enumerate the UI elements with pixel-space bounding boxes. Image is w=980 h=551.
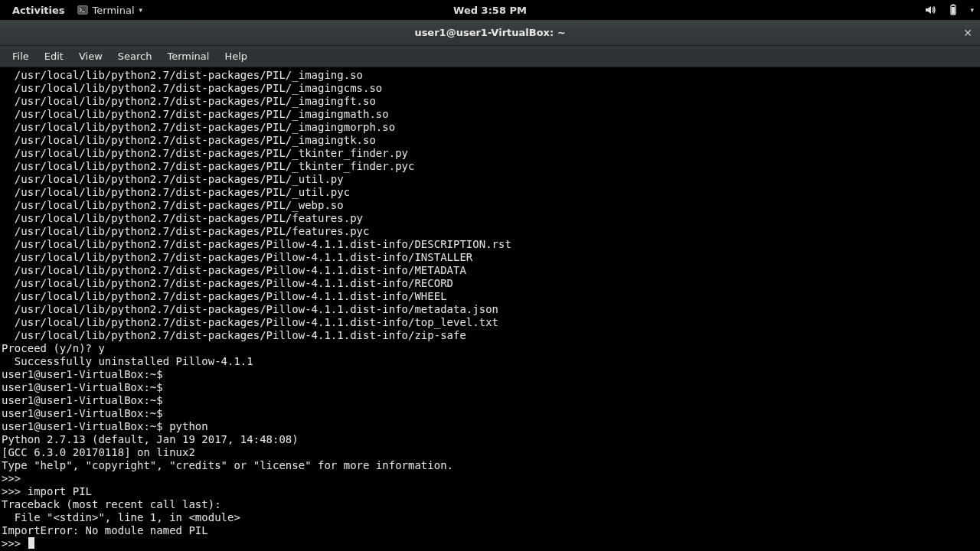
terminal-line: user1@user1-VirtualBox:~$ bbox=[2, 381, 978, 394]
terminal-line: /usr/local/lib/python2.7/dist-packages/P… bbox=[2, 147, 978, 160]
terminal-line: Python 2.7.13 (default, Jan 19 2017, 14:… bbox=[2, 433, 978, 446]
terminal-line: /usr/local/lib/python2.7/dist-packages/P… bbox=[2, 173, 978, 186]
svg-rect-3 bbox=[952, 5, 955, 6]
window-close-button[interactable]: ✕ bbox=[963, 28, 972, 38]
terminal-line: /usr/local/lib/python2.7/dist-packages/P… bbox=[2, 225, 978, 238]
terminal-line: Successfully uninstalled Pillow-4.1.1 bbox=[2, 355, 978, 368]
terminal-line: /usr/local/lib/python2.7/dist-packages/P… bbox=[2, 329, 978, 342]
terminal-line: Proceed (y/n)? y bbox=[2, 342, 978, 355]
terminal-line: /usr/local/lib/python2.7/dist-packages/P… bbox=[2, 303, 978, 316]
terminal-line: File "<stdin>", line 1, in <module> bbox=[2, 511, 978, 524]
menu-edit[interactable]: Edit bbox=[37, 47, 71, 65]
terminal-line: /usr/local/lib/python2.7/dist-packages/P… bbox=[2, 251, 978, 264]
menu-help[interactable]: Help bbox=[217, 47, 255, 65]
terminal-line: /usr/local/lib/python2.7/dist-packages/P… bbox=[2, 264, 978, 277]
svg-rect-4 bbox=[952, 7, 955, 14]
menu-bar: File Edit View Search Terminal Help bbox=[0, 46, 980, 67]
terminal-window: user1@user1-VirtualBox: ~ ✕ File Edit Vi… bbox=[0, 20, 980, 551]
terminal-line: /usr/local/lib/python2.7/dist-packages/P… bbox=[2, 121, 978, 134]
terminal-line: Type "help", "copyright", "credits" or "… bbox=[2, 459, 978, 472]
system-menu-chevron-icon[interactable]: ▾ bbox=[970, 6, 974, 14]
gnome-top-panel: Activities Terminal ▾ Wed 3:58 PM bbox=[0, 0, 980, 20]
terminal-icon bbox=[77, 5, 88, 15]
menu-search[interactable]: Search bbox=[110, 47, 160, 65]
app-menu-label: Terminal bbox=[93, 5, 135, 16]
terminal-cursor bbox=[28, 537, 34, 549]
activities-button[interactable]: Activities bbox=[6, 5, 71, 16]
terminal-line: user1@user1-VirtualBox:~$ python bbox=[2, 420, 978, 433]
terminal-line: >>> bbox=[2, 472, 978, 485]
window-titlebar[interactable]: user1@user1-VirtualBox: ~ ✕ bbox=[0, 20, 980, 46]
svg-rect-0 bbox=[77, 6, 87, 15]
terminal-line: >>> bbox=[2, 537, 978, 550]
volume-icon[interactable] bbox=[924, 4, 936, 16]
terminal-line: [GCC 6.3.0 20170118] on linux2 bbox=[2, 446, 978, 459]
terminal-output-area[interactable]: /usr/local/lib/python2.7/dist-packages/P… bbox=[0, 67, 980, 551]
terminal-line: /usr/local/lib/python2.7/dist-packages/P… bbox=[2, 69, 978, 82]
terminal-line: /usr/local/lib/python2.7/dist-packages/P… bbox=[2, 212, 978, 225]
terminal-line: Traceback (most recent call last): bbox=[2, 498, 978, 511]
terminal-line: ImportError: No module named PIL bbox=[2, 524, 978, 537]
window-title: user1@user1-VirtualBox: ~ bbox=[414, 27, 565, 38]
terminal-line: user1@user1-VirtualBox:~$ bbox=[2, 368, 978, 381]
terminal-line: user1@user1-VirtualBox:~$ bbox=[2, 394, 978, 407]
terminal-line: /usr/local/lib/python2.7/dist-packages/P… bbox=[2, 186, 978, 199]
terminal-line: /usr/local/lib/python2.7/dist-packages/P… bbox=[2, 108, 978, 121]
terminal-line: /usr/local/lib/python2.7/dist-packages/P… bbox=[2, 199, 978, 212]
menu-file[interactable]: File bbox=[5, 47, 37, 65]
menu-view[interactable]: View bbox=[71, 47, 110, 65]
terminal-line: /usr/local/lib/python2.7/dist-packages/P… bbox=[2, 160, 978, 173]
terminal-line: /usr/local/lib/python2.7/dist-packages/P… bbox=[2, 95, 978, 108]
terminal-line: /usr/local/lib/python2.7/dist-packages/P… bbox=[2, 82, 978, 95]
app-menu-button[interactable]: Terminal ▾ bbox=[71, 5, 149, 16]
terminal-line: /usr/local/lib/python2.7/dist-packages/P… bbox=[2, 134, 978, 147]
terminal-line: /usr/local/lib/python2.7/dist-packages/P… bbox=[2, 290, 978, 303]
terminal-line: /usr/local/lib/python2.7/dist-packages/P… bbox=[2, 277, 978, 290]
clock-label[interactable]: Wed 3:58 PM bbox=[453, 5, 527, 16]
terminal-line: >>> import PIL bbox=[2, 485, 978, 498]
menu-terminal[interactable]: Terminal bbox=[159, 47, 217, 65]
battery-icon[interactable] bbox=[947, 4, 959, 16]
chevron-down-icon: ▾ bbox=[139, 6, 143, 14]
terminal-line: user1@user1-VirtualBox:~$ bbox=[2, 407, 978, 420]
terminal-line: /usr/local/lib/python2.7/dist-packages/P… bbox=[2, 238, 978, 251]
terminal-line: /usr/local/lib/python2.7/dist-packages/P… bbox=[2, 316, 978, 329]
